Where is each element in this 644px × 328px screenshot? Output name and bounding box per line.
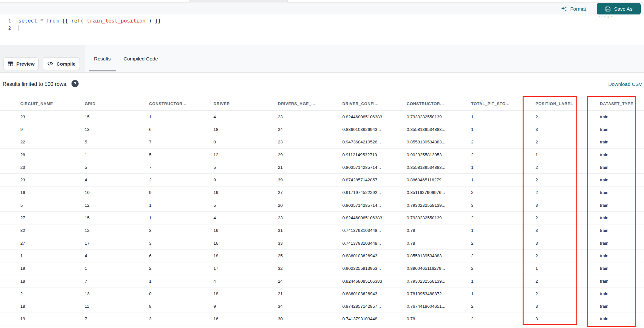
table-cell: 1	[471, 127, 535, 132]
column-header: TOTAL_PIT_STO...	[471, 102, 535, 106]
table-cell: 2	[535, 190, 600, 195]
code-token: select	[18, 18, 37, 24]
table-cell: 0.9023255813953...	[407, 152, 471, 157]
table-cell: 10	[85, 190, 149, 195]
table-cell: 2	[535, 215, 600, 220]
table-cell: 1	[471, 178, 535, 182]
format-label: Format	[570, 6, 586, 12]
table-cell: train	[600, 241, 644, 246]
preview-button[interactable]: Preview	[3, 57, 39, 70]
code-token	[59, 18, 62, 24]
table-cell: 1	[471, 291, 535, 296]
table-cell: 29	[278, 152, 342, 157]
table-row: 23429390.8742857142857...0.8860465116279…	[0, 174, 644, 186]
table-row: 281512290.9112149532710...0.902325581395…	[0, 149, 644, 161]
table-cell: 1	[85, 152, 149, 157]
table-cell: 1	[85, 266, 149, 271]
table-cell: 39	[278, 178, 342, 182]
table-cell: 23	[20, 165, 85, 170]
table-cell: 17	[85, 241, 149, 246]
table-cell: 13	[85, 127, 149, 132]
column-header: DRIVER_CONFI...	[342, 102, 407, 106]
table-cell: 2	[535, 114, 600, 119]
table-cell: 0.824468085106383	[342, 114, 407, 119]
table-cell: 11	[85, 304, 149, 309]
table-cell: 18	[213, 253, 278, 258]
tab-divider	[189, 0, 189, 3]
code-token	[37, 18, 40, 24]
table-cell: 0.7413793103448...	[342, 228, 407, 233]
table-cell: train	[600, 304, 644, 309]
table-cell: 24	[278, 127, 342, 132]
table-cell: 2	[471, 190, 535, 195]
help-icon[interactable]: ?	[71, 80, 79, 87]
table-cell: train	[600, 178, 644, 182]
dbt-ide-window: Format Save As 1 2 select * from {{ ref(…	[0, 0, 644, 328]
tab-compiled-code[interactable]: Compiled Code	[117, 45, 165, 72]
format-button[interactable]: Format	[560, 5, 586, 13]
code-token: from	[604, 16, 607, 18]
table-cell: 25	[278, 253, 342, 258]
table-cell: 4	[213, 279, 278, 284]
table-cell: 3	[471, 203, 535, 208]
tab-results[interactable]: Results	[88, 45, 117, 72]
table-cell: 33	[278, 241, 342, 246]
table-cell: 16	[213, 316, 278, 321]
table-cell: 3	[149, 241, 213, 246]
code-token: {{	[62, 18, 71, 24]
table-cell: 0.7930232558139...	[407, 215, 471, 220]
table-cell: 0.7413793103448...	[342, 316, 407, 321]
table-cell: 23	[278, 140, 342, 144]
table-cell: 2	[471, 304, 535, 309]
table-cell: train	[600, 190, 644, 195]
table-cell: 2	[535, 140, 600, 144]
preview-label: Preview	[16, 61, 35, 67]
table-cell: train	[600, 253, 644, 258]
download-csv-link[interactable]: Download CSV	[608, 81, 642, 87]
table-cell: 21	[278, 291, 342, 296]
table-cell: 2	[20, 291, 85, 296]
table-cell: 1	[149, 215, 213, 220]
results-table[interactable]: CIRCUIT_NAMEGRIDCONSTRUCTOR...DRIVERDRIV…	[0, 97, 644, 328]
table-cell: 3	[149, 316, 213, 321]
table-cell: 2	[535, 178, 600, 182]
table-cell: train	[600, 316, 644, 321]
table-row: 22570230.9473684210526...0.8558139534883…	[0, 136, 644, 149]
table-cell: 19	[20, 316, 85, 321]
column-header: GRID	[85, 102, 149, 106]
table-cell: 5	[213, 203, 278, 208]
table-cell: 18	[20, 304, 85, 309]
table-cell: 0.8035714285714...	[342, 165, 407, 170]
table-cell: 16	[20, 190, 85, 195]
table-cell: 4	[85, 253, 149, 258]
compile-button[interactable]: Compile	[43, 57, 80, 70]
table-cell: train	[600, 165, 644, 170]
code-token: }}	[155, 18, 161, 24]
column-header: POSITION_LABEL	[535, 102, 600, 106]
table-cell: 0.8558139534883...	[407, 165, 471, 170]
table-cell: 9	[213, 178, 278, 182]
table-row: 51215200.8035714285714...0.7930232558139…	[0, 199, 644, 212]
line-number-2: 2	[0, 25, 11, 31]
table-cell: 27	[20, 241, 85, 246]
column-header: CONSTRUCTOR...	[407, 102, 471, 106]
table-cell: 4	[213, 114, 278, 119]
table-cell: 0.824468085106383	[342, 279, 407, 284]
table-cell: 3	[535, 127, 600, 132]
table-cell: 9	[20, 127, 85, 132]
table-cell: 18	[213, 291, 278, 296]
table-cell: 2	[471, 266, 535, 271]
compile-label: Compile	[56, 61, 75, 67]
save-icon	[605, 6, 611, 12]
table-cell: 28	[20, 152, 85, 157]
table-cell: 0.7930232558139...	[407, 203, 471, 208]
code-token	[43, 18, 46, 24]
sql-code-line[interactable]: select * from {{ ref('train_test_positio…	[18, 18, 161, 24]
save-as-button[interactable]: Save As	[597, 3, 641, 15]
table-cell: 2	[149, 266, 213, 271]
sql-editor[interactable]: 1 2 select * from {{ ref('train_test_pos…	[0, 14, 644, 45]
table-cell: 2	[535, 165, 600, 170]
browser-tab-strip	[0, 0, 644, 3]
table-cell: 19	[20, 266, 85, 271]
table-cell: 0.8860465116279...	[407, 178, 471, 182]
